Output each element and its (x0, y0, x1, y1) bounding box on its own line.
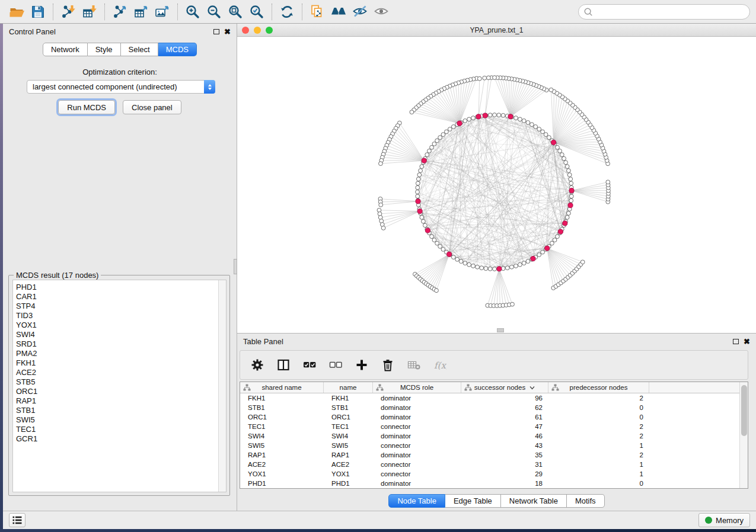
column-header-predecessor-nodes[interactable]: predecessor nodes (548, 382, 649, 393)
first-neighbors-button[interactable] (328, 2, 349, 21)
close-table-panel-icon[interactable]: ✖ (744, 338, 750, 345)
table-row[interactable]: PHD1PHD1dominator180 (240, 479, 739, 488)
show-all-button[interactable] (371, 2, 392, 21)
table-row[interactable]: YOX1YOX1connector291 (240, 469, 739, 479)
delete-table-button[interactable] (405, 356, 423, 374)
float-table-panel-icon[interactable] (733, 339, 739, 344)
search-box[interactable] (578, 4, 750, 20)
node-table: shared namenameMCDS rolesuccessor nodesp… (240, 382, 748, 489)
table-scrollbar-thumb[interactable] (741, 385, 747, 436)
mcds-result-item[interactable]: RAP1 (16, 396, 218, 406)
mcds-result-item[interactable]: FKH1 (16, 358, 218, 368)
column-header-name[interactable]: name (324, 382, 373, 393)
mcds-result-item[interactable]: SWI5 (16, 415, 218, 425)
export-image-button[interactable] (152, 2, 173, 21)
mcds-result-item[interactable]: STB5 (16, 377, 218, 387)
add-column-button[interactable] (353, 356, 371, 374)
mcds-result-item[interactable]: ACE2 (16, 368, 218, 377)
mcds-result-item[interactable]: GCR1 (16, 434, 218, 444)
tab-motifs[interactable]: Motifs (567, 494, 605, 508)
table-settings-icon (251, 358, 264, 371)
network-title: YPA_prune.txt_1 (237, 26, 756, 34)
column-header-successor-nodes[interactable]: successor nodes (461, 382, 548, 393)
mcds-result-item[interactable]: SRD1 (16, 339, 218, 349)
table-cell: RAP1 (324, 450, 373, 460)
delete-table-icon (407, 358, 420, 371)
table-scrollbar[interactable] (739, 382, 748, 488)
select-all-checks-button[interactable] (301, 356, 318, 374)
table-row[interactable]: TEC1TEC1connector472 (240, 422, 739, 431)
mcds-result-item[interactable]: TEC1 (16, 425, 218, 434)
zoom-out-button[interactable] (203, 2, 225, 21)
table-row[interactable]: STB1STB1dominator620 (240, 403, 739, 412)
open-session-button[interactable] (6, 2, 27, 21)
import-network-file-button[interactable] (58, 2, 79, 21)
hide-selected-button[interactable] (349, 2, 371, 21)
column-header-shared-name[interactable]: shared name (240, 382, 324, 393)
zoom-in-button[interactable] (182, 2, 203, 21)
tab-select[interactable]: Select (121, 43, 158, 56)
mcds-result-item[interactable]: STB1 (16, 406, 218, 415)
zoom-fit-button[interactable] (225, 2, 246, 21)
unselect-all-checks-icon (329, 358, 342, 371)
unselect-all-checks-button[interactable] (327, 356, 344, 374)
apply-layout-button[interactable] (276, 2, 298, 21)
mcds-result-item[interactable]: ORC1 (16, 387, 218, 396)
table-cell: FKH1 (324, 393, 373, 403)
mcds-result-item[interactable]: TID3 (16, 311, 218, 321)
table-cell: 96 (461, 393, 548, 403)
criterion-dropdown[interactable]: largest connected component (undirected) (27, 80, 215, 94)
table-row[interactable]: ORC1ORC1dominator610 (240, 412, 739, 422)
table-row[interactable]: SWI5SWI5connector431 (240, 441, 739, 450)
column-header-MCDS-role[interactable]: MCDS role (373, 382, 461, 393)
close-panel-icon[interactable]: ✖ (224, 28, 231, 36)
close-panel-button[interactable]: Close panel (123, 100, 181, 114)
table-row[interactable]: SWI4SWI4dominator462 (240, 431, 739, 441)
mcds-result-item[interactable]: STP4 (16, 302, 218, 311)
table-settings-button[interactable] (248, 356, 266, 374)
float-panel-icon[interactable] (213, 29, 219, 34)
table-cell: 2 (548, 393, 649, 403)
export-table-button[interactable] (130, 2, 152, 21)
mcds-result-item[interactable]: PMA2 (16, 349, 218, 358)
import-table-file-button[interactable] (79, 2, 100, 21)
table-cell: dominator (373, 450, 461, 460)
table-cell: YOX1 (324, 469, 373, 479)
mcds-result-item[interactable]: CAR1 (16, 292, 218, 302)
save-session-icon (30, 4, 46, 20)
tab-edge-table[interactable]: Edge Table (445, 494, 501, 508)
tab-network-table[interactable]: Network Table (501, 494, 567, 508)
table-cell: connector (373, 441, 461, 450)
open-session-icon (9, 4, 24, 20)
tab-mcds[interactable]: MCDS (158, 43, 197, 56)
function-builder-button[interactable]: f(x) (431, 356, 449, 374)
search-input[interactable] (593, 6, 745, 18)
mcds-result-item[interactable]: PHD1 (16, 283, 218, 292)
task-history-button[interactable] (9, 513, 25, 527)
canvas-scroll-thumb[interactable] (497, 328, 504, 332)
sort-desc-icon (529, 386, 535, 390)
run-mcds-button[interactable]: Run MCDS (58, 100, 115, 114)
zoom-selected-button[interactable] (246, 2, 267, 21)
network-canvas-area[interactable] (237, 37, 756, 333)
mcds-result-item[interactable]: YOX1 (16, 321, 218, 330)
table-row[interactable]: FKH1FKH1dominator962 (240, 393, 739, 403)
tab-network[interactable]: Network (43, 43, 88, 56)
table-cell: YOX1 (240, 469, 324, 479)
mcds-result-item[interactable]: SWI4 (16, 330, 218, 339)
network-graph[interactable] (237, 37, 752, 333)
mcds-list-scrollbar[interactable] (218, 280, 226, 492)
app-window: Control Panel ✖ NetworkStyleSelectMCDS O… (0, 0, 756, 532)
export-network-button[interactable] (109, 2, 130, 21)
table-row[interactable]: ACE2ACE2connector311 (240, 460, 739, 469)
delete-column-button[interactable] (379, 356, 397, 374)
show-columns-button[interactable] (275, 356, 292, 374)
tab-node-table[interactable]: Node Table (388, 494, 445, 508)
network-from-selection-button[interactable] (307, 2, 328, 21)
memory-button[interactable]: Memory (698, 513, 750, 527)
save-session-button[interactable] (27, 2, 49, 21)
panel-splitter-handle[interactable] (234, 259, 237, 274)
table-row[interactable]: RAP1RAP1dominator352 (240, 450, 739, 460)
apply-layout-icon (279, 4, 295, 20)
tab-style[interactable]: Style (88, 43, 121, 56)
